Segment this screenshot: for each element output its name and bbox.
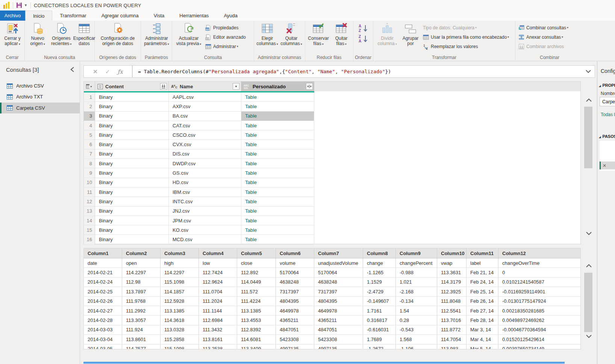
- detail-cell[interactable]: 112.7424: [199, 268, 237, 277]
- save-icon[interactable]: [16, 2, 22, 8]
- detail-cell[interactable]: 112.892: [237, 268, 276, 277]
- recent-sources-button[interactable]: Orígenes recientes▾: [49, 23, 74, 46]
- content-cell[interactable]: Binary: [95, 216, 169, 225]
- collapse-pane-icon[interactable]: [70, 66, 74, 72]
- choose-columns-button[interactable]: Elegir columnas▾: [256, 23, 279, 46]
- detail-cell[interactable]: 114.3618: [161, 316, 199, 325]
- name-cell[interactable]: CSCO.csv: [169, 130, 241, 140]
- refresh-preview-button[interactable]: Actualizar vista previa▾: [174, 23, 204, 46]
- filter-dropdown-icon[interactable]: ▼: [233, 83, 239, 90]
- detail-cell[interactable]: 4365211: [276, 316, 314, 325]
- group-by-button[interactable]: Agrupar por: [400, 23, 421, 46]
- cancel-formula-icon[interactable]: ✕: [93, 68, 98, 75]
- column-header-name[interactable]: A B C Name ▼: [169, 82, 241, 91]
- detail-cell[interactable]: 114.2297: [161, 268, 199, 277]
- row-number-cell[interactable]: 10: [84, 178, 95, 187]
- table-link[interactable]: Table: [245, 170, 257, 176]
- table-link[interactable]: Table: [245, 227, 257, 233]
- personalizado-cell[interactable]: Table: [241, 140, 314, 149]
- detail-column-header[interactable]: Column6: [276, 248, 314, 258]
- content-cell[interactable]: Binary: [95, 225, 169, 235]
- detail-cell[interactable]: 114.2297: [122, 268, 161, 277]
- detail-cell[interactable]: 113.7016: [437, 316, 467, 325]
- content-cell[interactable]: Binary: [95, 102, 169, 111]
- detail-cell[interactable]: 5170064: [314, 268, 363, 277]
- data-type-button[interactable]: Tipo de datos: Cualquiera ▾: [423, 23, 509, 32]
- query-item-carpeta-csv[interactable]: Carpeta CSV: [0, 103, 80, 113]
- sort-ascending-button[interactable]: A Z: [358, 24, 369, 33]
- detail-cell[interactable]: 2014-02-24: [84, 278, 122, 287]
- name-cell[interactable]: KO.csv: [169, 225, 241, 235]
- delete-step-icon[interactable]: ✕: [603, 163, 606, 168]
- table-link[interactable]: Table: [245, 132, 257, 138]
- row-number-cell[interactable]: 12: [84, 197, 95, 206]
- detail-cell[interactable]: 113.1385: [237, 306, 276, 316]
- detail-cell[interactable]: -2.168: [396, 287, 437, 296]
- detail-cell[interactable]: 111.0704: [199, 287, 237, 296]
- detail-cell[interactable]: 2014-03-04: [84, 335, 122, 344]
- select-all-cell[interactable]: ▼: [84, 82, 95, 91]
- detail-cell[interactable]: close: [237, 258, 276, 268]
- row-number-cell[interactable]: 2: [84, 102, 95, 111]
- content-cell[interactable]: Binary: [95, 235, 169, 244]
- append-queries-button[interactable]: Anexar consultas ▾: [518, 32, 568, 42]
- detail-cell[interactable]: 113.1385: [161, 306, 199, 316]
- row-number-cell[interactable]: 7: [84, 150, 95, 159]
- content-cell[interactable]: Binary: [95, 140, 169, 149]
- table-link[interactable]: Table: [245, 142, 257, 147]
- detail-cell[interactable]: 113.8161: [199, 335, 237, 344]
- detail-cell[interactable]: -0.988: [396, 268, 437, 277]
- detail-column-header[interactable]: Column12: [498, 248, 581, 258]
- row-number-cell[interactable]: 5: [84, 130, 95, 140]
- content-cell[interactable]: Binary: [95, 121, 169, 130]
- detail-cell[interactable]: label: [467, 258, 498, 268]
- detail-cell[interactable]: 0.00397650734149: [498, 344, 581, 349]
- detail-cell[interactable]: 5170064: [276, 268, 314, 277]
- replace-values-button[interactable]: 1 2 Reemplazar los valores: [423, 42, 509, 51]
- detail-cell[interactable]: 2014-02-28: [84, 316, 122, 325]
- row-number-cell[interactable]: 6: [84, 140, 95, 149]
- name-cell[interactable]: CVX.csv: [169, 140, 241, 149]
- detail-column-header[interactable]: Column2: [122, 248, 161, 258]
- detail-cell[interactable]: 111.8772: [437, 325, 467, 335]
- row-number-cell[interactable]: 8: [84, 159, 95, 168]
- main-table-scrollbar-thumb[interactable]: [584, 107, 592, 168]
- content-cell[interactable]: Binary: [95, 187, 169, 197]
- commit-formula-icon[interactable]: ✓: [105, 68, 110, 75]
- personalizado-cell[interactable]: Table: [241, 225, 314, 235]
- personalizado-cell[interactable]: Table: [241, 235, 314, 244]
- detail-cell[interactable]: 113.3409: [237, 344, 276, 349]
- table-link[interactable]: Table: [245, 199, 257, 204]
- detail-column-header[interactable]: Column7: [314, 248, 363, 258]
- name-cell[interactable]: CAT.csv: [169, 121, 241, 130]
- detail-column-header[interactable]: Column9: [396, 248, 437, 258]
- personalizado-cell[interactable]: Table: [241, 102, 314, 111]
- content-cell[interactable]: Binary: [95, 130, 169, 140]
- row-number-cell[interactable]: 13: [84, 207, 95, 216]
- detail-cell[interactable]: unadjustedVolume: [314, 258, 363, 268]
- detail-scrollbar-thumb[interactable]: [584, 273, 592, 332]
- scroll-down-icon[interactable]: [583, 231, 594, 237]
- scroll-up-icon[interactable]: [583, 98, 594, 104]
- personalizado-cell[interactable]: Table: [241, 92, 314, 102]
- detail-cell[interactable]: 111.2992: [122, 306, 161, 316]
- detail-cell[interactable]: 2014-03-03: [84, 325, 122, 335]
- detail-cell[interactable]: Feb 27, 14: [467, 306, 498, 316]
- column-header-personalizado[interactable]: ABC 123 Personalizado: [241, 82, 314, 91]
- table-link[interactable]: Table: [245, 113, 257, 119]
- detail-column-header[interactable]: Column5: [237, 248, 276, 258]
- detail-cell[interactable]: 111.8048: [437, 297, 467, 306]
- name-cell[interactable]: DWDP.csv: [169, 159, 241, 168]
- detail-cell[interactable]: -1.1265: [363, 268, 396, 277]
- content-cell[interactable]: Binary: [95, 150, 169, 159]
- detail-cell[interactable]: 0.28: [396, 316, 437, 325]
- table-link[interactable]: Table: [245, 123, 257, 128]
- detail-cell[interactable]: -0.00046770364594: [498, 325, 581, 335]
- row-number-cell[interactable]: 14: [84, 216, 95, 225]
- detail-cell[interactable]: 113.3057: [122, 316, 161, 325]
- table-link[interactable]: Table: [245, 151, 257, 157]
- detail-cell[interactable]: 111.3432: [199, 325, 237, 335]
- detail-cell[interactable]: 4804395: [314, 297, 363, 306]
- detail-cell[interactable]: Feb 28, 14: [467, 316, 498, 325]
- row-number-cell[interactable]: 4: [84, 121, 95, 130]
